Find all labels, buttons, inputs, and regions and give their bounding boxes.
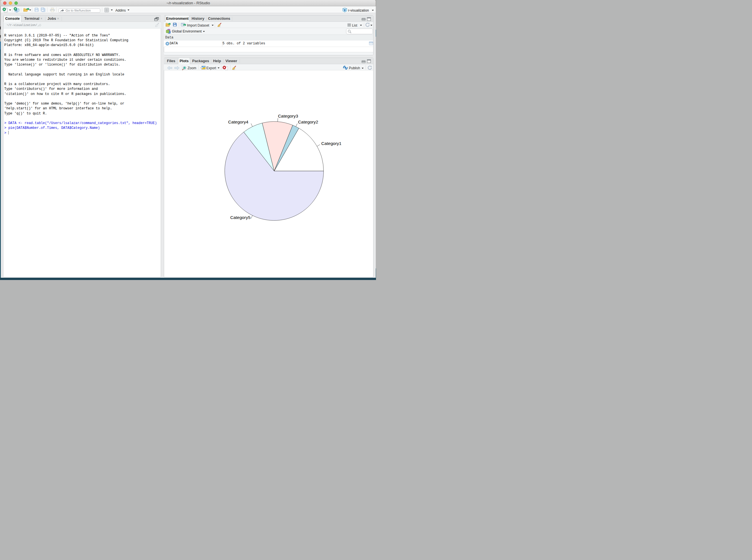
svg-text:Category4: Category4	[228, 120, 248, 124]
svg-text:Category3: Category3	[278, 114, 298, 118]
svg-text:Category2: Category2	[298, 120, 318, 124]
svg-text:R: R	[344, 9, 346, 12]
svg-text:Category5: Category5	[230, 215, 250, 220]
svg-text:Category1: Category1	[321, 141, 342, 146]
